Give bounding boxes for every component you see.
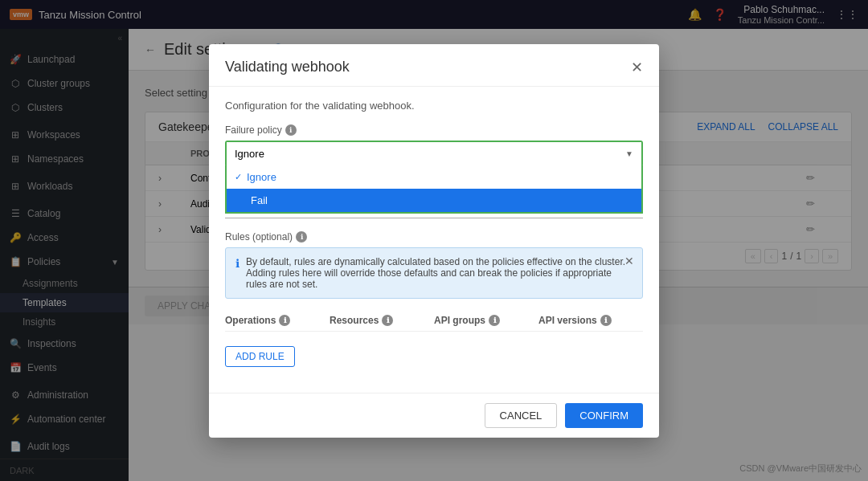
rules-group: Rules (optional) ℹ ℹ By default, rules a… — [225, 231, 643, 367]
dropdown-options: ✓ Ignore Fail — [225, 165, 643, 214]
failure-policy-label: Failure policy ℹ — [225, 124, 643, 136]
rules-info-banner: ℹ By default, rules are dynamically calc… — [225, 247, 643, 299]
operations-info-icon[interactable]: ℹ — [279, 315, 290, 326]
info-banner-close[interactable]: ✕ — [624, 255, 634, 267]
modal-overlay: Validating webhook ✕ Configuration for t… — [0, 0, 868, 481]
dropdown-value: Ignore — [235, 148, 264, 160]
cancel-button[interactable]: CANCEL — [485, 403, 558, 428]
col-api-versions: API versions ℹ — [538, 315, 643, 326]
rules-info-icon[interactable]: ℹ — [296, 231, 307, 243]
dropdown-option-ignore[interactable]: ✓ Ignore — [227, 165, 641, 189]
add-rule-button[interactable]: ADD RULE — [225, 346, 295, 367]
resources-info-icon[interactable]: ℹ — [382, 315, 393, 326]
dropdown-option-fail[interactable]: Fail — [227, 189, 641, 212]
modal-title: Validating webhook — [225, 59, 350, 75]
api-groups-info-icon[interactable]: ℹ — [489, 315, 500, 326]
failure-policy-group: Failure policy ℹ Ignore ▼ ✓ Ignore — [225, 124, 643, 167]
confirm-button[interactable]: CONFIRM — [565, 403, 643, 428]
col-resources: Resources ℹ — [330, 315, 434, 326]
api-versions-info-icon[interactable]: ℹ — [600, 315, 612, 326]
modal-body: Configuration for the validating webhook… — [209, 87, 659, 393]
modal-close-button[interactable]: ✕ — [631, 59, 643, 76]
check-icon: ✓ — [235, 172, 242, 182]
rules-table-header: Operations ℹ Resources ℹ API groups ℹ AP… — [225, 310, 643, 332]
modal-footer: CANCEL CONFIRM — [209, 393, 659, 438]
rules-info-text: By default, rules are dynamically calcul… — [246, 256, 633, 290]
col-operations: Operations ℹ — [225, 315, 330, 326]
modal-subtitle: Configuration for the validating webhook… — [225, 100, 643, 112]
info-banner-icon: ℹ — [235, 257, 240, 270]
failure-policy-info-icon[interactable]: ℹ — [285, 124, 297, 136]
dropdown-arrow-icon: ▼ — [625, 149, 633, 158]
failure-policy-dropdown[interactable]: Ignore ▼ ✓ Ignore Fail — [225, 141, 643, 167]
col-api-groups: API groups ℹ — [434, 315, 538, 326]
modal-header: Validating webhook ✕ — [209, 44, 659, 87]
rules-label: Rules (optional) ℹ — [225, 231, 643, 243]
dropdown-selected-value[interactable]: Ignore ▼ — [227, 142, 641, 165]
modal-dialog: Validating webhook ✕ Configuration for t… — [209, 44, 659, 438]
